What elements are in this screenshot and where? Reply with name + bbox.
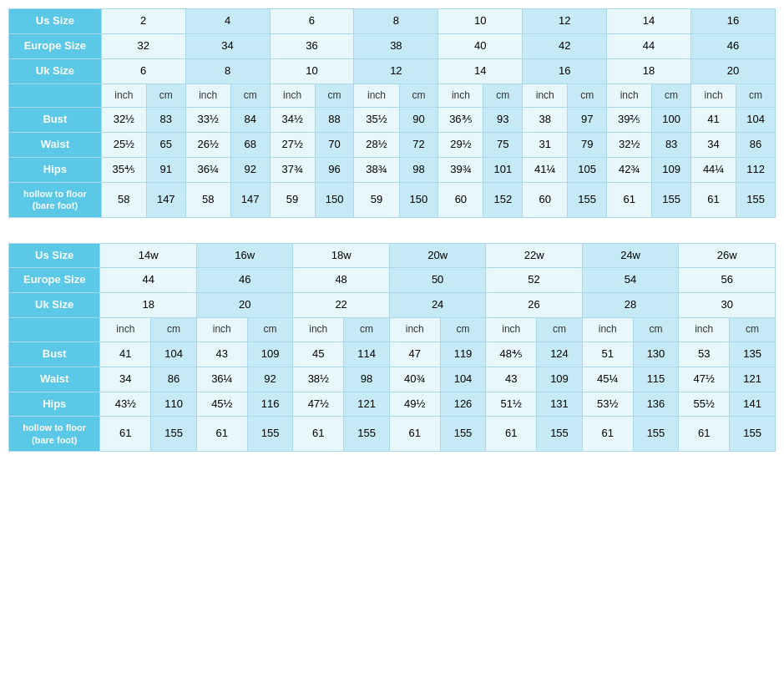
waist-16-cm: 86 (736, 133, 776, 158)
us-size-label: Us Size (9, 9, 102, 34)
bust-10-inch: 36⅗ (438, 108, 483, 133)
p-hips-14w-inch: 43½ (100, 392, 151, 417)
hollow-14-cm: 155 (652, 182, 691, 217)
waist-16-inch: 34 (690, 133, 736, 158)
p-waist-14w-inch: 34 (100, 367, 151, 392)
unit-inch-4: inch (354, 83, 399, 108)
waist-12-cm: 79 (568, 133, 607, 158)
p-waist-26w-cm: 121 (730, 367, 776, 392)
p-uk-28: 28 (582, 293, 678, 318)
p-hollow-24w-cm: 155 (633, 417, 679, 452)
unit-inch-8: inch (690, 83, 736, 108)
p-uk-22: 22 (293, 293, 389, 318)
p-bust-16w-cm: 109 (247, 342, 293, 367)
p-us-16w: 16w (196, 243, 292, 268)
p-europe-size-row: Europe Size 44 46 48 50 52 54 56 (9, 268, 776, 293)
bust-12-cm: 97 (568, 108, 607, 133)
hollow-8-cm: 150 (399, 182, 438, 217)
p-us-26w: 26w (679, 243, 776, 268)
p-bust-label: Bust (9, 342, 100, 367)
p-waist-20w-cm: 104 (440, 367, 486, 392)
p-unit-cm-2: cm (247, 318, 293, 342)
p-hollow-20w-cm: 155 (440, 417, 486, 452)
us-size-8: 8 (354, 9, 438, 34)
p-hips-26w-cm: 141 (730, 392, 776, 417)
hips-16-inch: 44¼ (690, 158, 736, 183)
us-size-16: 16 (690, 9, 775, 34)
hollow-2-inch: 58 (101, 182, 146, 217)
bust-2-cm: 83 (146, 108, 185, 133)
p-hollow-22w-inch: 61 (486, 417, 537, 452)
p-eu-48: 48 (293, 268, 389, 293)
p-waist-24w-cm: 115 (633, 367, 679, 392)
waist-6-inch: 27½ (270, 133, 315, 158)
p-hips-20w-inch: 49½ (389, 392, 440, 417)
p-hollow-18w-cm: 155 (344, 417, 390, 452)
p-bust-row: Bust 41 104 43 109 45 114 47 119 48⅘ 124… (9, 342, 776, 367)
p-bust-16w-inch: 43 (196, 342, 247, 367)
hips-4-cm: 92 (230, 158, 270, 183)
hips-10-inch: 39¾ (438, 158, 483, 183)
eu-40: 40 (438, 33, 523, 58)
hollow-6-inch: 59 (270, 182, 315, 217)
p-eu-54: 54 (582, 268, 678, 293)
bust-14-cm: 100 (652, 108, 691, 133)
p-waist-22w-inch: 43 (486, 367, 537, 392)
p-bust-20w-inch: 47 (389, 342, 440, 367)
waist-6-cm: 70 (315, 133, 354, 158)
hips-4-inch: 36¼ (185, 158, 230, 183)
p-hollow-24w-inch: 61 (582, 417, 633, 452)
p-uk-size-row: Uk Size 18 20 22 24 26 28 30 (9, 293, 776, 318)
regular-size-chart: Us Size 2 4 6 8 10 12 14 16 Europe Size … (8, 8, 776, 218)
eu-42: 42 (523, 33, 607, 58)
bust-row: Bust 32½ 83 33½ 84 34½ 88 35½ 90 36⅗ 93 … (9, 108, 776, 133)
us-size-row: Us Size 2 4 6 8 10 12 14 16 (9, 9, 776, 34)
p-waist-16w-inch: 36¼ (196, 367, 247, 392)
unit-cm-8: cm (736, 83, 776, 108)
unit-cm-3: cm (315, 83, 354, 108)
hollow-2-cm: 147 (146, 182, 185, 217)
waist-8-inch: 28½ (354, 133, 399, 158)
p-hollow-label: hollow to floor(bare foot) (9, 417, 100, 452)
bust-8-inch: 35½ (354, 108, 399, 133)
p-bust-22w-inch: 48⅘ (486, 342, 537, 367)
p-unit-inch-7: inch (679, 318, 730, 342)
us-size-2: 2 (101, 9, 185, 34)
unit-cm-2: cm (230, 83, 270, 108)
p-waist-26w-inch: 47½ (679, 367, 730, 392)
p-hollow-22w-cm: 155 (537, 417, 583, 452)
bust-label: Bust (9, 108, 102, 133)
p-us-18w: 18w (293, 243, 389, 268)
p-bust-14w-cm: 104 (151, 342, 197, 367)
unit-inch-1: inch (101, 83, 146, 108)
hollow-4-cm: 147 (230, 182, 270, 217)
unit-cm-4: cm (399, 83, 438, 108)
hollow-16-inch: 61 (690, 182, 736, 217)
hips-6-inch: 37¾ (270, 158, 315, 183)
p-eu-46: 46 (196, 268, 292, 293)
p-bust-20w-cm: 119 (440, 342, 486, 367)
p-unit-cm-5: cm (537, 318, 583, 342)
p-unit-cm-7: cm (730, 318, 776, 342)
bust-2-inch: 32½ (101, 108, 146, 133)
hollow-12-cm: 155 (568, 182, 607, 217)
hips-12-inch: 41¼ (523, 158, 568, 183)
p-bust-26w-inch: 53 (679, 342, 730, 367)
uk-size-row: Uk Size 6 8 10 12 14 16 18 20 (9, 58, 776, 83)
us-size-12: 12 (523, 9, 607, 34)
waist-14-inch: 32½ (607, 133, 652, 158)
hips-6-cm: 96 (315, 158, 354, 183)
p-us-14w: 14w (100, 243, 196, 268)
us-size-6: 6 (270, 9, 354, 34)
p-unit-inch-3: inch (293, 318, 344, 342)
uk-16: 16 (523, 58, 607, 83)
p-bust-18w-cm: 114 (344, 342, 390, 367)
p-unit-inch-6: inch (582, 318, 633, 342)
hips-14-inch: 42¾ (607, 158, 652, 183)
uk-size-label: Uk Size (9, 58, 102, 83)
uk-8: 8 (185, 58, 270, 83)
p-unit-cm-4: cm (440, 318, 486, 342)
us-size-14: 14 (607, 9, 691, 34)
unit-cm-5: cm (483, 83, 523, 108)
hollow-row: hollow to floor(bare foot) 58 147 58 147… (9, 182, 776, 217)
